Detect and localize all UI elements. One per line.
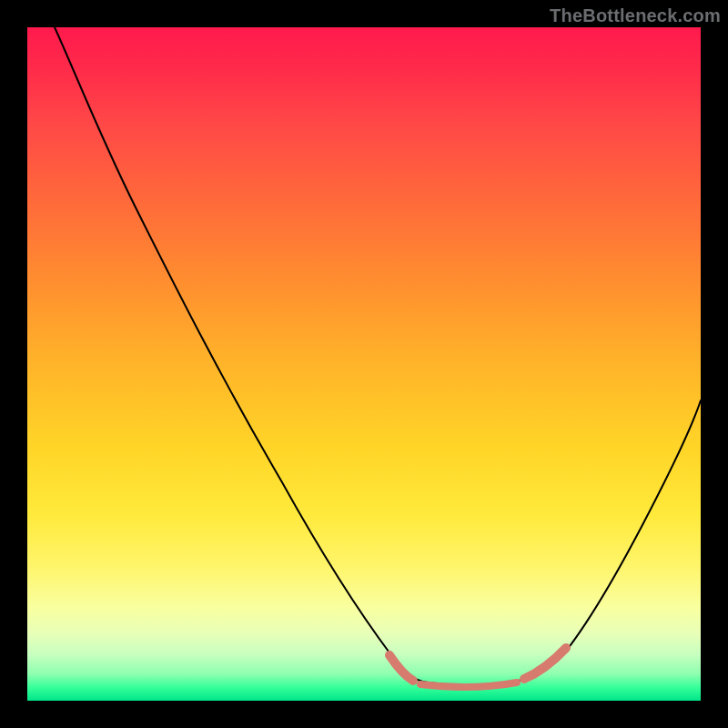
bottleneck-curve [27, 27, 701, 701]
chart-frame: TheBottleneck.com [0, 0, 728, 728]
curve-highlight-flat [420, 682, 517, 687]
plot-area [27, 27, 701, 701]
attribution-text: TheBottleneck.com [550, 5, 721, 26]
curve-highlight-right [524, 648, 566, 679]
curve-path [55, 27, 701, 685]
curve-highlight-left [389, 655, 413, 681]
